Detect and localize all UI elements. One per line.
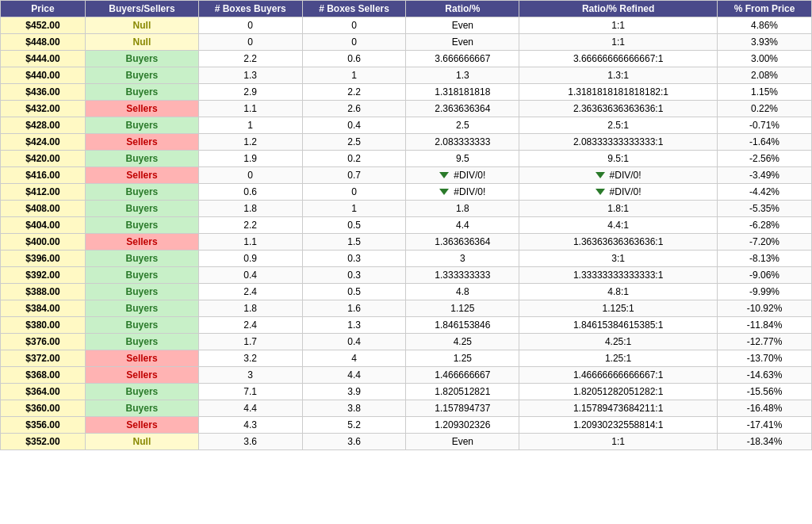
table-row: $356.00Sellers4.35.21.2093023261.2093023… [1,417,812,434]
from-price-cell: 1.15% [718,84,812,101]
from-price-cell: -7.20% [718,234,812,251]
arrow-icon [439,189,449,195]
ratio-cell: #DIV/0! [406,184,519,201]
boxes-buyers-cell: 2.2 [198,217,302,234]
from-price-cell: -2.56% [718,151,812,167]
from-price-cell: -5.35% [718,201,812,217]
table-row: $432.00Sellers1.12.62.3636363642.3636363… [1,101,812,117]
boxes-sellers-cell: 0.5 [302,284,406,300]
table-row: $404.00Buyers2.20.54.44.4:1-6.28% [1,217,812,234]
boxes-buyers-cell: 1 [198,117,302,134]
table-row: $364.00Buyers7.13.91.8205128211.82051282… [1,384,812,400]
ratio-refined-cell: 2.08333333333333:1 [519,134,718,151]
ratio-cell: 1.846153846 [406,317,519,334]
boxes-sellers-cell: 0 [302,17,406,34]
ratio-cell: 1.466666667 [406,367,519,384]
ratio-refined-cell: #DIV/0! [519,167,718,184]
from-price-cell: -4.42% [718,184,812,201]
boxes-buyers-cell: 4.4 [198,400,302,417]
ratio-refined-cell: 1.8:1 [519,201,718,217]
table-row: $352.00Null3.63.6Even1:1-18.34% [1,434,812,450]
boxes-buyers-cell: 1.8 [198,300,302,317]
col-header-5: Ratio/% Refined [519,1,718,17]
buyers-sellers-cell: Null [86,34,199,51]
price-cell: $356.00 [1,417,86,434]
table-row: $436.00Buyers2.92.21.3181818181.31818181… [1,84,812,101]
buyers-sellers-cell: Buyers [86,284,199,300]
from-price-cell: -8.13% [718,251,812,267]
price-cell: $352.00 [1,434,86,450]
buyers-sellers-cell: Buyers [86,217,199,234]
ratio-refined-value: #DIV/0! [610,186,642,197]
ratio-cell: Even [406,434,519,450]
ratio-cell: 1.363636364 [406,234,519,251]
buyers-sellers-cell: Null [86,17,199,34]
boxes-sellers-cell: 1.3 [302,317,406,334]
table-row: $444.00Buyers2.20.63.6666666673.66666666… [1,51,812,67]
ratio-cell: #DIV/0! [406,167,519,184]
from-price-cell: -10.92% [718,300,812,317]
table-row: $384.00Buyers1.81.61.1251.125:1-10.92% [1,300,812,317]
from-price-cell: 2.08% [718,67,812,84]
table-row: $424.00Sellers1.22.52.0833333332.0833333… [1,134,812,151]
buyers-sellers-cell: Buyers [86,300,199,317]
ratio-cell: 2.363636364 [406,101,519,117]
boxes-buyers-cell: 2.2 [198,51,302,67]
from-price-cell: -1.64% [718,134,812,151]
boxes-buyers-cell: 1.9 [198,151,302,167]
ratio-refined-cell: 1.84615384615385:1 [519,317,718,334]
price-cell: $396.00 [1,251,86,267]
table-row: $392.00Buyers0.40.31.3333333331.33333333… [1,267,812,284]
price-cell: $432.00 [1,101,86,117]
from-price-cell: -18.34% [718,434,812,450]
col-header-3: # Boxes Sellers [302,1,406,17]
table-row: $360.00Buyers4.43.81.1578947371.15789473… [1,400,812,417]
ratio-refined-cell: 3:1 [519,251,718,267]
from-price-cell: -15.56% [718,384,812,400]
ratio-value: #DIV/0! [454,186,485,197]
price-cell: $392.00 [1,267,86,284]
ratio-cell: 4.8 [406,284,519,300]
from-price-cell: -13.70% [718,350,812,367]
ratio-refined-cell: 4.4:1 [519,217,718,234]
from-price-cell: -6.28% [718,217,812,234]
table-row: $400.00Sellers1.11.51.3636363641.3636363… [1,234,812,251]
col-header-1: Buyers/Sellers [86,1,199,17]
from-price-cell: -9.06% [718,267,812,284]
price-cell: $452.00 [1,17,86,34]
buyers-sellers-cell: Buyers [86,251,199,267]
buyers-sellers-cell: Null [86,434,199,450]
ratio-refined-cell: 1.20930232558814:1 [519,417,718,434]
boxes-buyers-cell: 4.3 [198,417,302,434]
price-cell: $416.00 [1,167,86,184]
table-row: $388.00Buyers2.40.54.84.8:1-9.99% [1,284,812,300]
price-cell: $428.00 [1,117,86,134]
ratio-refined-cell: 1.46666666666667:1 [519,367,718,384]
ratio-refined-cell: 4.25:1 [519,334,718,350]
table-row: $412.00Buyers0.60#DIV/0!#DIV/0!-4.42% [1,184,812,201]
price-cell: $436.00 [1,84,86,101]
ratio-refined-cell: 1.82051282051282:1 [519,384,718,400]
buyers-sellers-cell: Sellers [86,417,199,434]
price-cell: $448.00 [1,34,86,51]
boxes-sellers-cell: 2.5 [302,134,406,151]
boxes-sellers-cell: 5.2 [302,417,406,434]
ratio-cell: 1.157894737 [406,400,519,417]
ratio-cell: 1.333333333 [406,267,519,284]
table-row: $408.00Buyers1.811.81.8:1-5.35% [1,201,812,217]
price-cell: $376.00 [1,334,86,350]
boxes-sellers-cell: 1.5 [302,234,406,251]
boxes-buyers-cell: 2.9 [198,84,302,101]
from-price-cell: -9.99% [718,284,812,300]
ratio-cell: 3.666666667 [406,51,519,67]
ratio-cell: 4.25 [406,334,519,350]
ratio-refined-cell: 1.3:1 [519,67,718,84]
ratio-cell: 1.209302326 [406,417,519,434]
boxes-buyers-cell: 1.2 [198,134,302,151]
ratio-cell: 2.5 [406,117,519,134]
buyers-sellers-cell: Buyers [86,317,199,334]
boxes-buyers-cell: 0 [198,34,302,51]
boxes-sellers-cell: 0.2 [302,151,406,167]
ratio-refined-value: #DIV/0! [610,170,642,181]
from-price-cell: -3.49% [718,167,812,184]
